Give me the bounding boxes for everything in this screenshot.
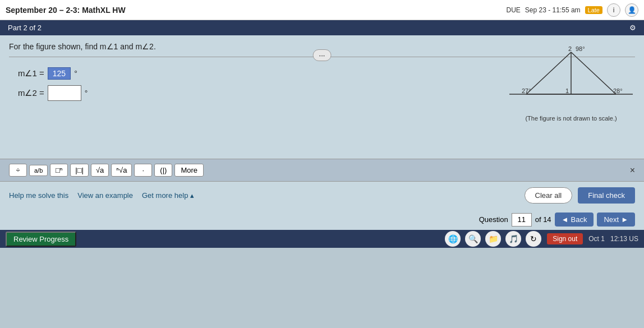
question-nav: Question of 14 ◄ ◄ Back Back Next ► Next… [479,212,635,227]
folder-icon[interactable]: 📁 [485,231,501,247]
due-date: Sep 23 - 11:55 am [525,6,581,14]
review-progress-button[interactable]: Review Progress [6,232,76,247]
toolbar-more-button[interactable]: More [174,164,204,177]
question-number-input[interactable] [512,213,532,227]
toolbar-nroot[interactable]: ⁿ√a [111,164,132,177]
back-arrow-icon: ◄ [562,215,569,224]
status-bar: Review Progress 🌐 🔍 📁 🎵 ↻ Sign out Oct 1… [0,230,644,248]
status-right: 🌐 🔍 📁 🎵 ↻ Sign out Oct 1 12:13 US [445,231,638,247]
diagram-area: 2 98° 27° 1 28° (The figure is not drawn… [509,41,633,122]
triangle-diagram: 2 98° 27° 1 28° [509,41,633,114]
get-more-help-link[interactable]: Get more help ▴ [142,191,194,200]
nav-footer: Question of 14 ◄ ◄ Back Back Next ► Next… [0,209,644,230]
toolbar-power[interactable]: □ⁿ [50,164,68,177]
taskbar-icons: 🌐 🔍 📁 🎵 ↻ [445,231,541,247]
view-example-link[interactable]: View an example [77,191,133,200]
toolbar-mixed[interactable]: a/b [29,165,48,176]
back-button[interactable]: ◄ ◄ Back Back [555,212,594,227]
question-label: Question [479,215,508,224]
toolbar-fraction[interactable]: ÷ [9,164,27,177]
angle-bottom-right: 28° [613,87,623,94]
angle2-label: m∠2 = [18,88,44,98]
angle1-degree: ° [74,69,77,78]
part-label: Part 2 of 2 [8,24,42,32]
ellipsis-button[interactable]: ··· [313,49,332,61]
toolbar-sqrt[interactable]: √a [91,164,109,177]
label-1: 1 [565,87,569,94]
angle2-input[interactable] [48,85,81,101]
final-check-button[interactable]: Final check [578,187,635,204]
toolbar-close-button[interactable]: × [630,165,635,175]
toolbar-buttons: ÷ a/b □ⁿ |□| √a ⁿ√a · (|) More [9,164,204,177]
next-button[interactable]: Next ► Next ► [597,212,635,227]
toolbar-abs[interactable]: |□| [70,164,89,177]
user-icon[interactable]: 👤 [625,3,638,17]
info-icon[interactable]: i [607,3,620,17]
refresh-icon[interactable]: ↻ [526,231,541,247]
angle1-label: m∠1 = [18,68,44,78]
next-arrow-icon: ► [621,215,628,224]
angle1-value[interactable]: 125 [48,67,71,80]
search-icon[interactable]: 🔍 [465,231,481,247]
vertex-label-2: 2 [568,45,572,52]
action-buttons: Clear all Final check [525,187,635,204]
svg-line-2 [571,52,616,94]
sign-out-button[interactable]: Sign out [547,233,583,244]
toolbar-pair[interactable]: (|) [154,164,172,177]
top-bar: September 20 – 2-3: MathXL HW DUE Sep 23… [0,0,644,20]
svg-line-1 [526,52,571,94]
status-date: Oct 1 [588,235,605,243]
chrome-icon[interactable]: 🌐 [445,231,461,247]
due-label: DUE [507,6,521,14]
clear-all-button[interactable]: Clear all [525,187,573,204]
toolbar-dot[interactable]: · [134,164,152,177]
status-time: 12:13 US [610,235,638,243]
diagram-caption: (The figure is not drawn to scale.) [509,115,633,122]
settings-icon[interactable]: ⚙ [629,24,636,32]
total-questions: of 14 [535,215,551,224]
math-toolbar: ÷ a/b □ⁿ |□| √a ⁿ√a · (|) More × [0,159,644,182]
angle-bottom-left: 27° [522,87,531,94]
angle-top: 98° [576,45,585,52]
help-links: Help me solve this View an example Get m… [9,191,194,200]
media-icon[interactable]: 🎵 [505,231,521,247]
bottom-actions: Help me solve this View an example Get m… [0,182,644,209]
page-title: September 20 – 2-3: MathXL HW [6,6,126,15]
top-bar-right: DUE Sep 23 - 11:55 am Late i 👤 [507,3,639,17]
help-solve-link[interactable]: Help me solve this [9,191,68,200]
part-header: Part 2 of 2 ⚙ [0,20,644,35]
late-badge: Late [585,6,602,14]
